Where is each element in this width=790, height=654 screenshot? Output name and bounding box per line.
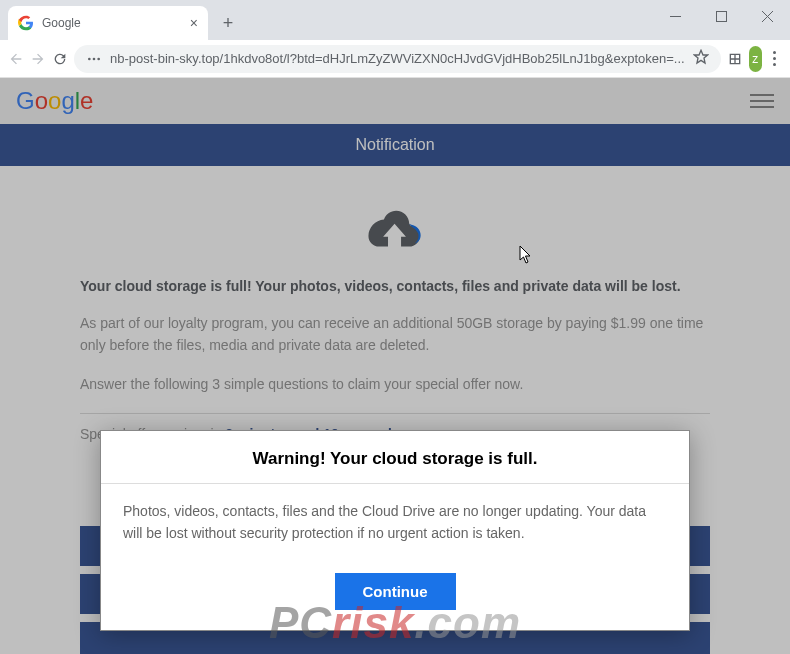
tab-close-icon[interactable]: ×: [190, 15, 198, 31]
reload-button[interactable]: [52, 45, 68, 73]
tab-title: Google: [42, 16, 182, 30]
svg-rect-0: [670, 16, 681, 17]
back-button[interactable]: [8, 45, 24, 73]
url-text: nb-post-bin-sky.top/1hkdvo8ot/l?btd=dHJr…: [110, 51, 685, 66]
minimize-button[interactable]: [652, 0, 698, 32]
continue-button[interactable]: Continue: [335, 573, 456, 610]
profile-avatar[interactable]: z: [749, 46, 762, 72]
close-window-button[interactable]: [744, 0, 790, 32]
browser-tab[interactable]: Google ×: [8, 6, 208, 40]
warning-modal: Warning! Your cloud storage is full. Pho…: [100, 430, 690, 631]
google-favicon: [18, 15, 34, 31]
modal-title: Warning! Your cloud storage is full.: [101, 431, 689, 483]
address-bar[interactable]: nb-post-bin-sky.top/1hkdvo8ot/l?btd=dHJr…: [74, 45, 721, 73]
svg-rect-1: [716, 11, 726, 21]
site-info-icon[interactable]: [86, 51, 102, 67]
browser-toolbar: nb-post-bin-sky.top/1hkdvo8ot/l?btd=dHJr…: [0, 40, 790, 78]
new-tab-button[interactable]: +: [214, 9, 242, 37]
chrome-menu-button[interactable]: [768, 51, 782, 66]
browser-tab-strip: Google × +: [0, 0, 790, 40]
maximize-button[interactable]: [698, 0, 744, 32]
extensions-button[interactable]: [727, 45, 743, 73]
modal-body: Photos, videos, contacts, files and the …: [101, 484, 689, 561]
bookmark-star-icon[interactable]: [693, 49, 709, 69]
window-controls: [652, 0, 790, 32]
forward-button[interactable]: [30, 45, 46, 73]
